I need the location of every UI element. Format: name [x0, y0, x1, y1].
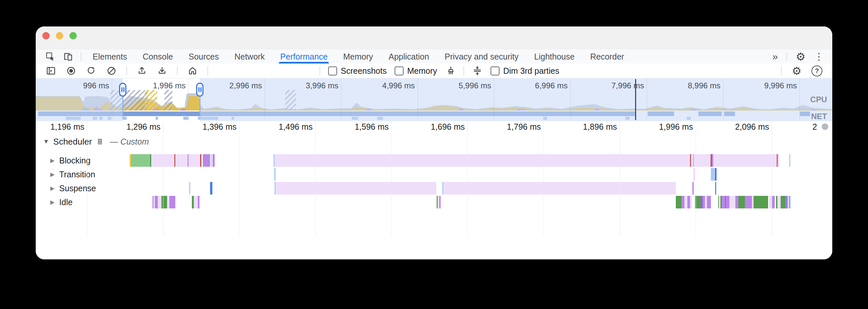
- flame-segment-idle[interactable]: [726, 196, 730, 209]
- tab-network[interactable]: Network: [235, 50, 265, 64]
- flame-segment-transition[interactable]: [274, 168, 276, 181]
- flame-segment-suspense[interactable]: [276, 182, 436, 194]
- flame-segment-blocking[interactable]: [712, 154, 713, 167]
- tab-sources[interactable]: Sources: [189, 50, 219, 64]
- dim-3rd-parties-checkbox-box[interactable]: [491, 66, 499, 75]
- flame-segment-blocking[interactable]: [213, 154, 215, 167]
- device-toolbar-icon[interactable]: [63, 51, 73, 62]
- tab-console[interactable]: Console: [143, 50, 173, 64]
- screenshots-checkbox[interactable]: Screenshots: [328, 66, 387, 76]
- memory-checkbox-box[interactable]: [395, 66, 404, 75]
- track-row-suspense[interactable]: ▶Suspense: [50, 182, 96, 194]
- flame-segment-idle[interactable]: [687, 196, 690, 209]
- flame-segment-blocking[interactable]: [151, 154, 174, 167]
- flame-segment-idle[interactable]: [169, 196, 175, 209]
- tab-lighthouse[interactable]: Lighthouse: [534, 50, 575, 64]
- flame-segment-suspense[interactable]: [189, 182, 190, 194]
- flame-segment-idle[interactable]: [161, 196, 167, 209]
- flame-segment-idle[interactable]: [158, 196, 161, 209]
- clear-icon[interactable]: [106, 65, 117, 76]
- flame-segment-idle[interactable]: [194, 196, 198, 209]
- flame-segment-idle[interactable]: [730, 196, 735, 209]
- flame-segment-idle[interactable]: [745, 196, 752, 209]
- flame-segment-blocking[interactable]: [131, 154, 150, 167]
- track-row-idle[interactable]: ▶Idle: [50, 196, 72, 209]
- flame-segment-blocking[interactable]: [189, 154, 200, 167]
- kebab-menu-icon[interactable]: ⋮: [814, 52, 824, 62]
- flame-segment-blocking[interactable]: [203, 154, 210, 167]
- flame-segment-blocking[interactable]: [275, 154, 779, 167]
- track-row-transition[interactable]: ▶Transition: [50, 168, 95, 181]
- flame-segment-idle[interactable]: [735, 196, 738, 209]
- download-profile-icon[interactable]: [157, 65, 167, 76]
- flame-segment-idle[interactable]: [753, 196, 768, 209]
- flame-segment-blocking[interactable]: [789, 154, 790, 167]
- close-window-button[interactable]: [42, 32, 50, 39]
- minimize-window-button[interactable]: [56, 32, 63, 39]
- flame-segment-idle[interactable]: [703, 196, 705, 209]
- flame-segment-idle[interactable]: [781, 196, 786, 209]
- tab-application[interactable]: Application: [389, 50, 429, 64]
- flame-segment-idle[interactable]: [690, 196, 692, 209]
- flame-segment-idle[interactable]: [676, 196, 681, 209]
- toggle-sidebar-icon[interactable]: [45, 65, 56, 76]
- flame-segment-idle[interactable]: [786, 196, 787, 209]
- flame-segment-idle[interactable]: [439, 196, 441, 209]
- tab-performance[interactable]: Performance: [280, 50, 328, 64]
- collect-garbage-icon[interactable]: [445, 65, 456, 76]
- collapse-triangle-icon[interactable]: ▶: [50, 185, 55, 192]
- selection-right-handle[interactable]: [196, 83, 204, 97]
- flame-segment-idle[interactable]: [738, 196, 745, 209]
- track-row-blocking[interactable]: ▶Blocking: [50, 154, 91, 167]
- track-details-pane[interactable]: ▼ Scheduler — Custom ▶Blocking▶Transitio…: [36, 132, 832, 237]
- capture-settings-gear-icon[interactable]: ⚙: [792, 65, 802, 76]
- flame-segment-idle[interactable]: [684, 196, 687, 209]
- flame-segment-idle[interactable]: [769, 196, 772, 209]
- flame-segment-blocking[interactable]: [690, 154, 691, 167]
- flame-segment-idle[interactable]: [788, 196, 790, 209]
- flame-segment-suspense[interactable]: [210, 182, 212, 194]
- flame-segment-idle[interactable]: [681, 196, 684, 209]
- track-group-header[interactable]: ▼ Scheduler — Custom: [43, 136, 149, 148]
- tab-memory[interactable]: Memory: [343, 50, 373, 64]
- flame-segment-suspense[interactable]: [443, 182, 676, 194]
- collapse-triangle-icon[interactable]: ▶: [50, 171, 55, 178]
- inspect-cursor-icon[interactable]: [45, 51, 56, 62]
- tab-recorder[interactable]: Recorder: [590, 50, 624, 64]
- flame-segment-idle[interactable]: [790, 196, 791, 209]
- selection-left-handle[interactable]: [119, 83, 126, 97]
- flame-segment-blocking[interactable]: [778, 154, 779, 167]
- flame-segment-blocking[interactable]: [693, 154, 694, 167]
- zoom-window-button[interactable]: [69, 32, 77, 39]
- help-icon[interactable]: ?: [811, 65, 823, 76]
- flame-segment-blocking[interactable]: [200, 154, 202, 167]
- memory-checkbox[interactable]: Memory: [395, 66, 437, 76]
- record-icon[interactable]: [66, 65, 76, 76]
- timeline-overview[interactable]: 996 ms1,996 ms2,996 ms3,996 ms4,996 ms5,…: [36, 78, 832, 121]
- collapse-rows-icon[interactable]: [472, 65, 483, 76]
- settings-gear-icon[interactable]: ⚙: [796, 51, 805, 62]
- tab-privacy-and-security[interactable]: Privacy and security: [444, 50, 519, 64]
- expand-triangle-icon[interactable]: ▼: [43, 138, 49, 145]
- flame-segment-idle[interactable]: [722, 196, 725, 209]
- flame-segment-blocking[interactable]: [175, 154, 188, 167]
- screenshots-checkbox-box[interactable]: [328, 66, 337, 75]
- flame-segment-idle[interactable]: [155, 196, 158, 209]
- upload-profile-icon[interactable]: [136, 65, 147, 76]
- record-and-reload-icon[interactable]: [86, 65, 97, 76]
- flame-segment-idle[interactable]: [198, 196, 199, 209]
- flame-segment-transition[interactable]: [711, 168, 716, 181]
- flame-segment-idle[interactable]: [707, 196, 711, 209]
- collapse-triangle-icon[interactable]: ▶: [50, 157, 55, 164]
- collapse-triangle-icon[interactable]: ▶: [50, 199, 55, 206]
- tab-elements[interactable]: Elements: [93, 50, 127, 64]
- live-metrics-home-icon[interactable]: [187, 65, 198, 76]
- more-tabs-icon[interactable]: »: [772, 51, 778, 62]
- flame-segment-idle[interactable]: [772, 196, 775, 209]
- dim-3rd-parties-checkbox[interactable]: Dim 3rd parties: [491, 66, 559, 76]
- flame-segment-idle[interactable]: [167, 196, 169, 209]
- flame-segment-suspense[interactable]: [715, 182, 716, 194]
- flame-segment-suspense[interactable]: [693, 182, 694, 194]
- flame-segment-transition[interactable]: [693, 168, 695, 181]
- scrollbar-thumb[interactable]: [822, 123, 828, 130]
